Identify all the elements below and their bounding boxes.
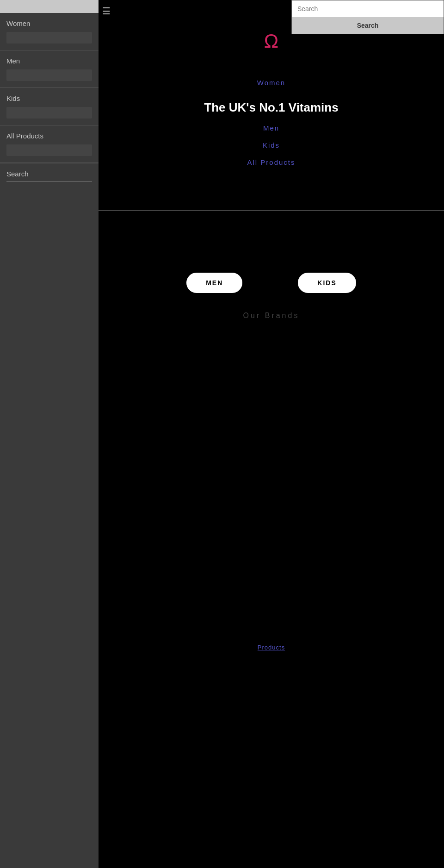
sidebar-nav: Women Women's Vitamins Men Men's Vitamin… (0, 13, 99, 163)
logo-area: Ω (264, 28, 278, 51)
bottom-buttons: MEN KIDS (186, 273, 356, 293)
bottom-section: MEN KIDS Our Brands Products (99, 212, 444, 868)
search-overlay: Search (291, 0, 444, 34)
main-content: ☰ Search Ω Women The UK's No.1 Vitamins … (99, 0, 444, 868)
hero-nav-women[interactable]: Women (257, 79, 285, 87)
men-button[interactable]: MEN (186, 273, 242, 293)
sidebar-women-label: Women (0, 13, 99, 30)
sidebar-all-products-label: All Products (0, 125, 99, 143)
hero-nav-men[interactable]: Men (263, 124, 279, 132)
sidebar-all-products-select[interactable]: All Products (6, 144, 92, 156)
sidebar-top-search-bar[interactable] (0, 0, 99, 13)
sidebar-top-search-input[interactable] (4, 3, 95, 10)
kids-button[interactable]: KIDS (298, 273, 356, 293)
sidebar: Women Women's Vitamins Men Men's Vitamin… (0, 0, 99, 868)
products-link[interactable]: Products (258, 644, 285, 651)
hero-nav-links: Women The UK's No.1 Vitamins Men Kids Al… (204, 79, 338, 166)
hero-title: The UK's No.1 Vitamins (204, 100, 338, 115)
section-divider (99, 210, 444, 211)
sidebar-men-select[interactable]: Men's Vitamins (6, 69, 92, 81)
hamburger-icon[interactable]: ☰ (102, 6, 111, 17)
our-brands-text: Our Brands (243, 312, 300, 320)
header-area: ☰ Search (99, 0, 444, 23)
main-search-input[interactable] (292, 0, 444, 17)
sidebar-search-section: Search (0, 163, 99, 188)
sidebar-men-label: Men (0, 50, 99, 68)
hero-nav-all-products[interactable]: All Products (247, 158, 295, 166)
sidebar-search-label: Search (6, 170, 92, 182)
sidebar-item-all-products[interactable]: All Products All Products (0, 125, 99, 163)
sidebar-women-select[interactable]: Women's Vitamins (6, 32, 92, 44)
main-search-button[interactable]: Search (292, 17, 444, 34)
logo-icon: Ω (264, 31, 278, 51)
hero-section: Ω Women The UK's No.1 Vitamins Men Kids … (99, 23, 444, 208)
hero-nav-kids[interactable]: Kids (263, 141, 280, 149)
sidebar-kids-label: Kids (0, 88, 99, 105)
sidebar-item-kids[interactable]: Kids Kids' Vitamins (0, 88, 99, 125)
sidebar-item-men[interactable]: Men Men's Vitamins (0, 50, 99, 88)
sidebar-kids-select[interactable]: Kids' Vitamins (6, 107, 92, 119)
sidebar-item-women[interactable]: Women Women's Vitamins (0, 13, 99, 50)
